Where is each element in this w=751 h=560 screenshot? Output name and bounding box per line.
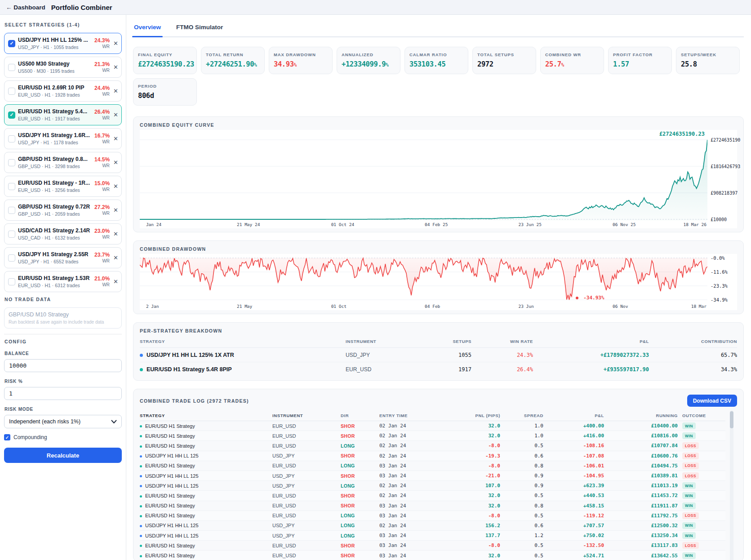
strategy-card[interactable]: GBP/USD H1 Strategy 0.72R GBP_USD · H1 ·…	[4, 200, 122, 221]
trade-pnl: +400.00	[543, 423, 604, 429]
trade-entry-time: 03 Jan 24	[379, 503, 457, 509]
close-icon[interactable]: ✕	[112, 88, 118, 94]
config-header: CONFIG	[4, 339, 122, 344]
strategy-checkbox[interactable]	[8, 231, 15, 238]
breakdown-pnl: +£1789027372.33	[533, 352, 649, 358]
trade-spread: 0.9	[500, 473, 543, 479]
trade-strategy: EUR/USD H1 Strategy	[140, 553, 272, 558]
trade-running: £11453.72	[604, 493, 678, 498]
strategy-dot	[140, 368, 143, 371]
trade-pips: -19.3	[457, 453, 500, 459]
equity-curve-chart: £2724635190£1816426793£908218397£10000 £…	[140, 130, 737, 228]
trade-pnl: +623.39	[543, 483, 604, 489]
strategy-checkbox[interactable]	[8, 254, 15, 262]
strategy-card[interactable]: USD/CAD H1 Strategy 2.14R USD_CAD · H1 ·…	[4, 223, 122, 244]
strategy-checkbox[interactable]	[8, 183, 15, 190]
no-trade-hint: Run backtest & save again to include tra…	[9, 320, 117, 324]
trade-entry-time: 03 Jan 24	[379, 533, 457, 538]
stat-value: +12334099.9%	[342, 60, 395, 68]
x-tick-label: 21 May 24	[237, 222, 260, 227]
compounding-checkbox[interactable]: ✓	[4, 434, 10, 440]
trade-pnl: +750.02	[543, 533, 604, 538]
trade-strategy: EUR/USD H1 Strategy	[140, 423, 272, 429]
strategy-checkbox[interactable]	[8, 135, 15, 142]
strategy-checkbox[interactable]	[8, 64, 15, 71]
strategy-card[interactable]: US500 M30 Strategy US500 · M30 · 1195 tr…	[4, 57, 122, 78]
trade-strategy: USD/JPY H1 HH LL 125	[140, 453, 272, 458]
trade-log-row: USD/JPY H1 HH LL 125 USD_JPY SHOR 03 Jan…	[140, 471, 725, 481]
close-icon[interactable]: ✕	[112, 278, 118, 285]
trade-log-row: USD/JPY H1 HH LL 125 USD_JPY LONG 03 Jan…	[140, 531, 725, 541]
strategy-subtitle: EUR_USD · H1 · 1928 trades	[18, 92, 92, 98]
strategy-checkbox[interactable]	[8, 207, 15, 214]
scrollbar-thumb[interactable]	[730, 411, 733, 428]
strategy-checkbox[interactable]: ✓	[8, 40, 15, 47]
balance-input[interactable]: 10000	[4, 359, 122, 372]
stat-label: COMBINED WR	[545, 52, 599, 57]
breakdown-winrate: 24.3%	[471, 352, 533, 358]
close-icon[interactable]: ✕	[112, 207, 118, 213]
close-icon[interactable]: ✕	[112, 254, 118, 261]
strategy-card[interactable]: EUR/USD H1 Strategy 1.53R EUR_USD · H1 ·…	[4, 271, 122, 292]
strategy-card[interactable]: USD/JPY H1 Strategy 2.55R USD_JPY · H1 ·…	[4, 247, 122, 268]
trade-entry-time: 02 Jan 24	[379, 453, 457, 459]
trade-outcome: WIN	[678, 482, 725, 489]
trade-log-row: EUR/USD H1 Strategy EUR_USD SHOR 02 Jan …	[140, 431, 725, 441]
strategy-subtitle: USD_JPY · H1 · 1178 trades	[18, 140, 92, 145]
trade-pips: -8.0	[457, 542, 500, 548]
strategy-checkbox[interactable]	[8, 88, 15, 95]
trade-pips: 32.0	[457, 423, 500, 429]
trade-pnl: -104.95	[543, 473, 604, 479]
trade-log-row: EUR/USD H1 Strategy EUR_USD SHOR 02 Jan …	[140, 421, 725, 431]
strategy-checkbox[interactable]	[8, 159, 15, 166]
strategy-card[interactable]: ✓ EUR/USD H1 Strategy 5.4... EUR_USD · H…	[4, 104, 122, 125]
back-link[interactable]: ← Dashboard	[6, 4, 45, 11]
strategy-card[interactable]: GBP/USD H1 Strategy 0.8... GBP_USD · H1 …	[4, 152, 122, 173]
strategy-winrate: 26.4%	[94, 109, 110, 116]
strategy-checkbox[interactable]: ✓	[8, 111, 15, 119]
top-bar: ← Dashboard Portfolio Combiner	[0, 0, 751, 15]
trade-outcome: LOSS	[678, 442, 725, 449]
breakdown-winrate: 26.4%	[471, 366, 533, 373]
tab-ftmo-simulator[interactable]: FTMO Simulator	[175, 23, 224, 36]
download-csv-button[interactable]: Download CSV	[687, 395, 737, 407]
trade-instrument: EUR_USD	[272, 443, 341, 449]
trade-strategy: EUR/USD H1 Strategy	[140, 543, 272, 548]
trade-spread: 0.6	[500, 453, 543, 459]
risk-mode-select[interactable]: Independent (each risks 1%)	[4, 415, 122, 428]
strategy-card[interactable]: EUR/USD H1 Strategy - 1R... EUR_USD · H1…	[4, 176, 122, 197]
strategy-checkbox[interactable]	[8, 278, 15, 285]
strategy-card[interactable]: USD/JPY H1 Strategy 1.6R... USD_JPY · H1…	[4, 128, 122, 149]
trade-running: £10600.76	[604, 453, 678, 459]
sidebar: SELECT STRATEGIES (1-4) ✓ USD/JPY H1 HH …	[0, 15, 126, 560]
strategy-card[interactable]: EUR/USD H1 2.69R 10 PIP EUR_USD · H1 · 1…	[4, 80, 122, 102]
close-icon[interactable]: ✕	[112, 111, 118, 118]
y-tick-label: -34.9%	[711, 297, 728, 302]
close-icon[interactable]: ✕	[112, 40, 118, 47]
trade-running: £11911.87	[604, 503, 678, 509]
close-icon[interactable]: ✕	[112, 64, 118, 71]
risk-input[interactable]: 1	[4, 387, 122, 400]
stat-card: PERIOD 806d	[133, 78, 197, 106]
trade-entry-time: 03 Jan 24	[379, 473, 457, 479]
close-icon[interactable]: ✕	[112, 135, 118, 142]
close-icon[interactable]: ✕	[112, 183, 118, 190]
strategy-dot	[140, 475, 142, 477]
strategy-card[interactable]: ✓ USD/JPY H1 HH LL 125% ... USD_JPY · H1…	[4, 33, 122, 54]
strategy-winrate: 16.7%	[94, 133, 110, 139]
trade-outcome: WIN	[678, 432, 725, 439]
close-icon[interactable]: ✕	[112, 159, 118, 166]
trade-spread: 0.5	[500, 493, 543, 498]
tab-overview[interactable]: Overview	[133, 23, 162, 36]
strategy-dot	[140, 555, 142, 557]
strategy-dot	[140, 495, 142, 498]
trade-pnl: +440.53	[543, 493, 604, 498]
strategy-dot	[140, 545, 142, 547]
trade-log-scrollbar[interactable]	[730, 410, 733, 560]
close-icon[interactable]: ✕	[112, 231, 118, 237]
stat-label: FINAL EQUITY	[138, 52, 192, 57]
stat-label: ANNUALIZED	[342, 52, 395, 57]
recalculate-button[interactable]: Recalculate	[4, 448, 122, 463]
chevron-down-icon	[111, 420, 117, 424]
strategy-subtitle: EUR_USD · H1 · 3256 trades	[18, 187, 92, 193]
